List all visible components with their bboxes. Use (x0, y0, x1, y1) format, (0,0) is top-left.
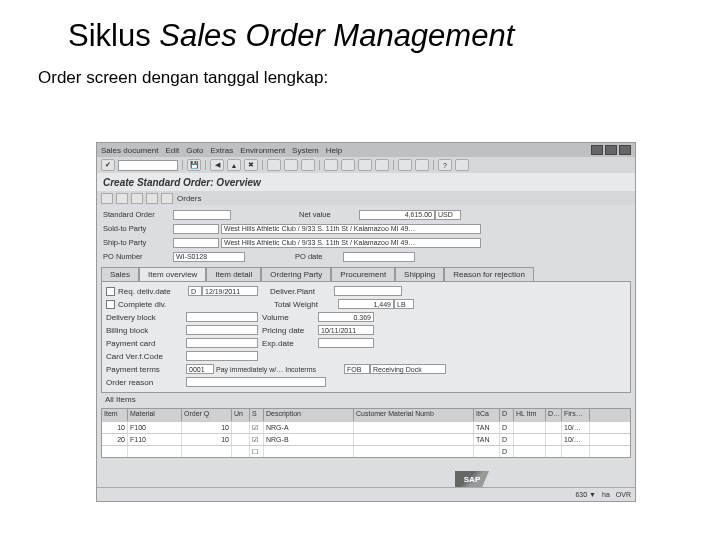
tab-sales[interactable]: Sales (101, 267, 139, 281)
incoterms-code[interactable]: FOB (344, 364, 370, 374)
maximize-icon[interactable] (605, 145, 617, 155)
check-icon[interactable]: ✔ (101, 159, 115, 171)
col-s[interactable]: S (250, 409, 264, 421)
tab-shipping[interactable]: Shipping (395, 267, 444, 281)
find-icon[interactable] (284, 159, 298, 171)
cell-d[interactable]: D (500, 422, 514, 433)
doc-icon[interactable] (161, 193, 173, 204)
cell-d2[interactable] (546, 434, 562, 445)
col-d[interactable]: D (500, 409, 514, 421)
minimize-icon[interactable] (591, 145, 603, 155)
deliver-plant-field[interactable] (334, 286, 402, 296)
table-row[interactable]: 20F11010☑NRG-BTAND10/… (102, 433, 630, 445)
cancel-icon[interactable]: ✖ (244, 159, 258, 171)
menu-help[interactable]: Help (326, 146, 342, 155)
req-deliv-chk[interactable] (106, 287, 115, 296)
cell-un[interactable] (232, 422, 250, 433)
propose-icon[interactable] (146, 193, 158, 204)
cell-material[interactable]: F110 (128, 434, 182, 445)
menu-extras[interactable]: Extras (211, 146, 234, 155)
col-itca[interactable]: ItCa (474, 409, 500, 421)
cell-item[interactable]: 20 (102, 434, 128, 445)
cell-qty[interactable]: 10 (182, 422, 232, 433)
tab-item-detail[interactable]: Item detail (206, 267, 261, 281)
menu-edit[interactable]: Edit (165, 146, 179, 155)
card-verif-field[interactable] (186, 351, 258, 361)
first-page-icon[interactable] (324, 159, 338, 171)
cell-firs[interactable]: 10/… (562, 434, 590, 445)
back-icon[interactable]: ◀ (210, 159, 224, 171)
cell-cust[interactable] (354, 434, 474, 445)
cell-itca[interactable]: TAN (474, 434, 500, 445)
cell-desc[interactable]: NRG-B (264, 434, 354, 445)
header-icon[interactable] (116, 193, 128, 204)
cell-firs[interactable]: 10/… (562, 422, 590, 433)
payment-card-field[interactable] (186, 338, 258, 348)
orders-button[interactable]: Orders (177, 194, 201, 203)
delivery-block-field[interactable] (186, 312, 258, 322)
cell-qty[interactable] (182, 446, 232, 457)
command-field[interactable] (118, 160, 178, 171)
col-hl-item[interactable]: HL Itm (514, 409, 546, 421)
complete-dlv-chk[interactable] (106, 300, 115, 309)
cell-hl[interactable] (514, 422, 546, 433)
tab-ordering-party[interactable]: Ordering Party (261, 267, 331, 281)
cell-un[interactable] (232, 446, 250, 457)
cell-d2[interactable] (546, 446, 562, 457)
shortcut-icon[interactable] (415, 159, 429, 171)
cell-itca[interactable] (474, 446, 500, 457)
cell-s[interactable]: ☑ (250, 422, 264, 433)
col-order-qty[interactable]: Order Q (182, 409, 232, 421)
cell-desc[interactable] (264, 446, 354, 457)
cell-material[interactable]: F100 (128, 422, 182, 433)
cell-hl[interactable] (514, 446, 546, 457)
cell-un[interactable] (232, 434, 250, 445)
col-description[interactable]: Description (264, 409, 354, 421)
cell-desc[interactable]: NRG-A (264, 422, 354, 433)
payment-terms-code[interactable]: 0001 (186, 364, 214, 374)
tab-item-overview[interactable]: Item overview (139, 267, 206, 281)
cell-firs[interactable] (562, 446, 590, 457)
req-deliv-date-field[interactable]: 12/19/2011 (202, 286, 258, 296)
last-page-icon[interactable] (375, 159, 389, 171)
incoterms-text[interactable]: Receiving Dock (370, 364, 446, 374)
col-first[interactable]: Firs… (562, 409, 590, 421)
col-unit[interactable]: Un (232, 409, 250, 421)
find-next-icon[interactable] (301, 159, 315, 171)
order-reason-field[interactable] (186, 377, 326, 387)
col-material[interactable]: Material (128, 409, 182, 421)
cell-item[interactable]: 10 (102, 422, 128, 433)
col-item[interactable]: Item (102, 409, 128, 421)
cell-itca[interactable]: TAN (474, 422, 500, 433)
prev-page-icon[interactable] (341, 159, 355, 171)
new-session-icon[interactable] (398, 159, 412, 171)
exp-date-field[interactable] (318, 338, 374, 348)
menu-system[interactable]: System (292, 146, 319, 155)
cell-d2[interactable] (546, 422, 562, 433)
display-icon[interactable] (101, 193, 113, 204)
tab-reason-rejection[interactable]: Reason for rejection (444, 267, 534, 281)
cell-s[interactable]: ☑ (250, 434, 264, 445)
next-page-icon[interactable] (358, 159, 372, 171)
cell-item[interactable] (102, 446, 128, 457)
cell-material[interactable] (128, 446, 182, 457)
cell-qty[interactable]: 10 (182, 434, 232, 445)
print-icon[interactable] (267, 159, 281, 171)
billing-block-field[interactable] (186, 325, 258, 335)
pricing-date-field[interactable]: 10/11/2011 (318, 325, 374, 335)
cell-s[interactable]: ☐ (250, 446, 264, 457)
tab-procurement[interactable]: Procurement (331, 267, 395, 281)
cell-d[interactable]: D (500, 446, 514, 457)
cell-hl[interactable] (514, 434, 546, 445)
table-row[interactable]: ☐D (102, 445, 630, 457)
menu-goto[interactable]: Goto (186, 146, 203, 155)
table-row[interactable]: 10F10010☑NRG-ATAND10/… (102, 421, 630, 433)
standard-order-field[interactable] (173, 210, 231, 220)
menu-environment[interactable]: Environment (240, 146, 285, 155)
layout-icon[interactable] (455, 159, 469, 171)
exit-icon[interactable]: ▲ (227, 159, 241, 171)
req-deliv-code[interactable]: D (188, 286, 202, 296)
cell-cust[interactable] (354, 422, 474, 433)
po-number-field[interactable]: WI-S0128 (173, 252, 245, 262)
item-icon[interactable] (131, 193, 143, 204)
